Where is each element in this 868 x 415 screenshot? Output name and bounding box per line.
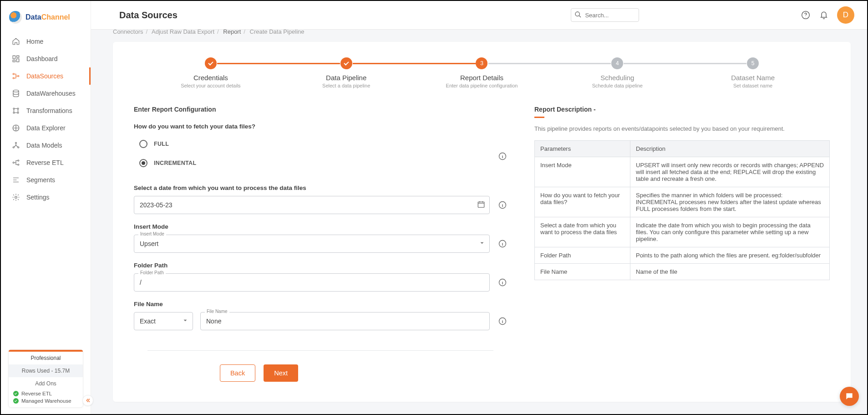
desc-text: This pipeline provides reports on events… xyxy=(534,125,830,132)
step-sub: Enter data pipeline configuration xyxy=(414,83,550,88)
section-title: Enter Report Configuration xyxy=(134,106,507,113)
logo-text-part1: Data xyxy=(25,13,41,21)
nav-datawarehouses[interactable]: DataWarehouses xyxy=(1,85,91,102)
svg-point-30 xyxy=(849,395,850,396)
svg-rect-3 xyxy=(13,60,15,62)
info-folder[interactable] xyxy=(498,278,507,287)
nav-dataexplorer[interactable]: Data Explorer xyxy=(1,119,91,137)
check-icon xyxy=(13,398,19,404)
svg-rect-1 xyxy=(17,56,19,57)
nav-label: Settings xyxy=(26,194,50,201)
models-icon xyxy=(12,141,20,149)
info-icon xyxy=(498,278,507,287)
breadcrumb-item[interactable]: Report xyxy=(223,29,241,35)
nav-segments[interactable]: Segments xyxy=(1,171,91,189)
radio-label: INCREMENTAL xyxy=(154,160,196,166)
help-button[interactable] xyxy=(801,10,811,20)
table-row: Folder PathPoints to the path along whic… xyxy=(535,247,830,264)
table-row: Insert ModeUPSERT will insert only new r… xyxy=(535,157,830,187)
explorer-icon xyxy=(12,124,20,132)
stepper: Credentials Select your account details … xyxy=(143,57,821,88)
table-row: How do you want to fetch your data files… xyxy=(535,187,830,217)
breadcrumb-item[interactable]: Adjust Raw Data Export xyxy=(152,29,214,35)
fetch-question: How do you want to fetch your data files… xyxy=(134,123,507,130)
nav-label: Home xyxy=(26,38,43,45)
file-name-input[interactable] xyxy=(200,312,490,330)
nav-reverseetl[interactable]: Reverse ETL xyxy=(1,154,91,171)
radio-incremental[interactable]: INCREMENTAL xyxy=(134,156,490,170)
user-avatar[interactable]: D xyxy=(837,6,854,24)
folder-input[interactable] xyxy=(134,273,490,292)
file-label: File Name xyxy=(134,301,507,307)
svg-point-7 xyxy=(13,90,19,92)
step-title: Credentials xyxy=(143,74,279,82)
logo-icon xyxy=(9,11,22,24)
plan-addons-title: Add Ons xyxy=(9,377,83,390)
insert-select-wrap: Insert Mode Upsert xyxy=(134,235,490,253)
main: Connectors/ Adjust Raw Data Export/ Repo… xyxy=(91,29,867,414)
logo[interactable]: DataChannel xyxy=(1,1,91,31)
table-header: Description xyxy=(630,141,830,157)
datasources-icon xyxy=(12,72,20,80)
info-insert[interactable] xyxy=(498,239,507,248)
step-number: 5 xyxy=(747,57,759,69)
info-fetch[interactable] xyxy=(498,152,507,161)
step-title: Dataset Name xyxy=(685,74,821,82)
step-credentials[interactable]: Credentials Select your account details xyxy=(143,57,279,88)
file-match-select-wrap: Exact xyxy=(134,312,193,330)
step-sub: Schedule data pipeline xyxy=(549,83,685,88)
warehouse-icon xyxy=(12,89,20,97)
radio-full[interactable]: FULL xyxy=(134,137,490,151)
svg-point-31 xyxy=(850,395,851,396)
svg-point-8 xyxy=(13,108,15,109)
file-match-select[interactable]: Exact xyxy=(134,312,193,330)
nav-datasources[interactable]: DataSources xyxy=(1,67,91,85)
svg-point-9 xyxy=(17,108,19,109)
breadcrumb: Connectors/ Adjust Raw Data Export/ Repo… xyxy=(113,29,305,35)
insert-select[interactable]: Upsert xyxy=(134,235,490,253)
logo-text-part2: Channel xyxy=(41,13,70,21)
step-data-pipeline[interactable]: Data Pipeline Select a data pipeline xyxy=(279,57,414,88)
step-report-details[interactable]: 3 Report Details Enter data pipeline con… xyxy=(414,57,550,88)
svg-point-16 xyxy=(18,160,19,161)
nav-transformations[interactable]: Transformations xyxy=(1,102,91,119)
floating-label: Folder Path xyxy=(138,270,166,275)
info-file[interactable] xyxy=(498,317,507,326)
svg-point-19 xyxy=(15,196,17,199)
back-button[interactable]: Back xyxy=(220,364,255,382)
chat-button[interactable] xyxy=(840,387,859,406)
radio-icon xyxy=(139,140,147,148)
folder-input-wrap: Folder Path xyxy=(134,273,490,292)
svg-point-22 xyxy=(806,17,806,17)
file-name-input-wrap: File Name xyxy=(200,312,490,330)
date-label: Select a date from which you want to pro… xyxy=(134,184,507,191)
chat-icon xyxy=(845,392,854,401)
gear-icon xyxy=(12,193,20,201)
nav-label: Segments xyxy=(26,176,55,184)
bell-icon xyxy=(819,10,828,20)
nav-label: Transformations xyxy=(26,107,72,114)
breadcrumb-item[interactable]: Connectors xyxy=(113,29,143,35)
info-date[interactable] xyxy=(498,200,507,210)
date-input-wrap xyxy=(134,196,490,214)
help-icon xyxy=(801,10,810,20)
nav-label: DataSources xyxy=(26,72,63,80)
nav-label: Data Models xyxy=(26,142,62,149)
step-number: 3 xyxy=(476,57,487,69)
insert-label: Insert Mode xyxy=(134,223,507,230)
reverseetl-icon xyxy=(12,159,20,167)
nav-datamodels[interactable]: Data Models xyxy=(1,137,91,154)
step-dataset-name[interactable]: 5 Dataset Name Set dataset name xyxy=(685,57,821,88)
notifications-button[interactable] xyxy=(819,10,829,20)
date-input[interactable] xyxy=(134,196,490,214)
nav-home[interactable]: Home xyxy=(1,33,91,50)
step-sub: Select your account details xyxy=(143,83,279,88)
nav-settings[interactable]: Settings xyxy=(1,189,91,206)
transform-icon xyxy=(12,107,20,115)
header: Data Sources D xyxy=(91,1,867,29)
search xyxy=(571,8,639,22)
nav-dashboard[interactable]: Dashboard xyxy=(1,50,91,67)
svg-point-13 xyxy=(15,142,17,143)
step-scheduling[interactable]: 4 Scheduling Schedule data pipeline xyxy=(549,57,685,88)
next-button[interactable]: Next xyxy=(264,364,298,382)
